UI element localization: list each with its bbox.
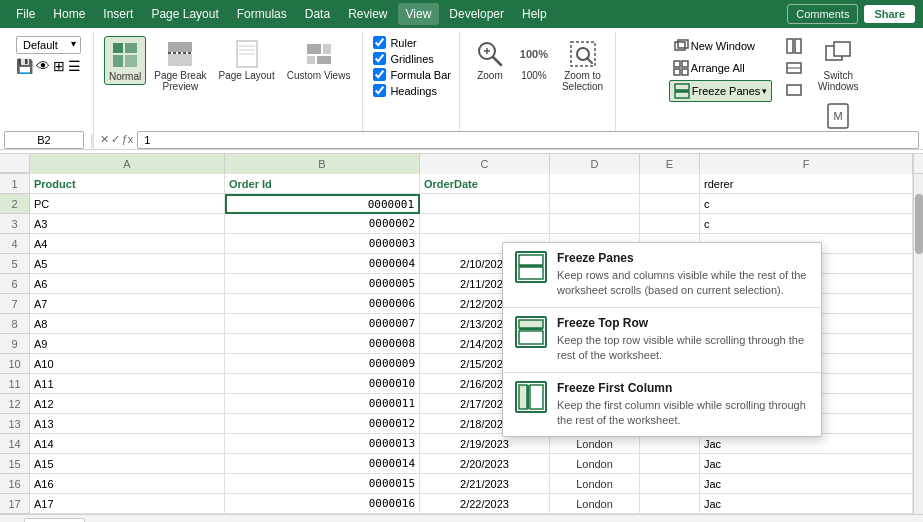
cell-F17[interactable]: Jac <box>700 494 913 514</box>
save-icon[interactable]: 💾 <box>16 58 33 74</box>
insert-function-icon[interactable]: ƒx <box>122 133 134 146</box>
ruler-checkbox[interactable] <box>373 36 386 49</box>
cell-F2[interactable]: c <box>700 194 913 214</box>
cell-B6[interactable]: 0000005 <box>225 274 420 294</box>
cell-A4[interactable]: A4 <box>30 234 225 254</box>
cell-E17[interactable] <box>640 494 700 514</box>
cell-A7[interactable]: A7 <box>30 294 225 314</box>
cell-E1[interactable] <box>640 174 700 194</box>
menu-data[interactable]: Data <box>297 3 338 25</box>
cell-D2[interactable] <box>550 194 640 214</box>
row-num-8[interactable]: 8 <box>0 314 29 334</box>
menu-home[interactable]: Home <box>45 3 93 25</box>
cell-F16[interactable]: Jac <box>700 474 913 494</box>
cell-A5[interactable]: A5 <box>30 254 225 274</box>
cell-F1[interactable]: rderer <box>700 174 913 194</box>
custom-views-button[interactable]: Custom Views <box>283 36 355 83</box>
cell-A13[interactable]: A13 <box>30 414 225 434</box>
cell-B13[interactable]: 0000012 <box>225 414 420 434</box>
menu-view[interactable]: View <box>398 3 440 25</box>
cell-B1[interactable]: Order Id <box>225 174 420 194</box>
split-button[interactable] <box>782 36 806 56</box>
page-layout-view-button[interactable]: Page Layout <box>215 36 279 83</box>
cell-B2[interactable]: 0000001 <box>225 194 420 214</box>
cell-C2[interactable] <box>420 194 550 214</box>
new-window-button[interactable]: New Window <box>669 36 772 56</box>
menu-review[interactable]: Review <box>340 3 395 25</box>
row-num-3[interactable]: 3 <box>0 214 29 234</box>
cell-A17[interactable]: A17 <box>30 494 225 514</box>
cell-A16[interactable]: A16 <box>30 474 225 494</box>
col-header-B[interactable]: B <box>225 154 420 174</box>
col-header-F[interactable]: F <box>700 154 913 174</box>
cancel-formula-icon[interactable]: ✕ <box>100 133 109 146</box>
row-num-15[interactable]: 15 <box>0 454 29 474</box>
style-selector[interactable]: Default <box>16 36 81 54</box>
row-num-7[interactable]: 7 <box>0 294 29 314</box>
cell-B10[interactable]: 0000009 <box>225 354 420 374</box>
menu-file[interactable]: File <box>8 3 43 25</box>
share-button[interactable]: Share <box>864 5 915 23</box>
unhide-button[interactable] <box>782 80 806 100</box>
switch-windows-button[interactable]: SwitchWindows <box>812 36 864 94</box>
col-header-E[interactable]: E <box>640 154 700 174</box>
cell-A1[interactable]: Product <box>30 174 225 194</box>
ruler-checkbox-label[interactable]: Ruler <box>373 36 416 49</box>
cell-C3[interactable] <box>420 214 550 234</box>
zoom-selection-button[interactable]: Zoom toSelection <box>558 36 607 94</box>
cell-C15[interactable]: 2/20/2023 <box>420 454 550 474</box>
cell-A6[interactable]: A6 <box>30 274 225 294</box>
menu-icon[interactable]: ☰ <box>68 58 81 74</box>
page-break-view-button[interactable]: Page BreakPreview <box>150 36 210 94</box>
normal-view-button[interactable]: Normal <box>104 36 146 85</box>
cell-C16[interactable]: 2/21/2023 <box>420 474 550 494</box>
cell-B12[interactable]: 0000011 <box>225 394 420 414</box>
cell-E16[interactable] <box>640 474 700 494</box>
menu-page-layout[interactable]: Page Layout <box>143 3 226 25</box>
cell-B7[interactable]: 0000006 <box>225 294 420 314</box>
cell-B14[interactable]: 0000013 <box>225 434 420 454</box>
row-num-12[interactable]: 12 <box>0 394 29 414</box>
cell-F15[interactable]: Jac <box>700 454 913 474</box>
menu-developer[interactable]: Developer <box>441 3 512 25</box>
cell-C1[interactable]: OrderDate <box>420 174 550 194</box>
row-num-9[interactable]: 9 <box>0 334 29 354</box>
formula-bar-checkbox[interactable] <box>373 68 386 81</box>
cell-E2[interactable] <box>640 194 700 214</box>
cell-D1[interactable] <box>550 174 640 194</box>
confirm-formula-icon[interactable]: ✓ <box>111 133 120 146</box>
gridlines-checkbox-label[interactable]: Gridlines <box>373 52 433 65</box>
arrange-all-button[interactable]: Arrange All <box>669 58 772 78</box>
freeze-first-column-option[interactable]: Freeze First Column Keep the first colum… <box>503 373 821 437</box>
cell-B3[interactable]: 0000002 <box>225 214 420 234</box>
headings-checkbox-label[interactable]: Headings <box>373 84 436 97</box>
menu-formulas[interactable]: Formulas <box>229 3 295 25</box>
menu-insert[interactable]: Insert <box>95 3 141 25</box>
cell-C17[interactable]: 2/22/2023 <box>420 494 550 514</box>
zoom-button[interactable]: Zoom <box>470 36 510 83</box>
scrollbar-thumb[interactable] <box>915 194 923 254</box>
col-header-C[interactable]: C <box>420 154 550 174</box>
row-num-5[interactable]: 5 <box>0 254 29 274</box>
row-num-13[interactable]: 13 <box>0 414 29 434</box>
row-num-4[interactable]: 4 <box>0 234 29 254</box>
hide-button[interactable] <box>782 58 806 78</box>
col-header-A[interactable]: A <box>30 154 225 174</box>
cell-D15[interactable]: London <box>550 454 640 474</box>
col-header-D[interactable]: D <box>550 154 640 174</box>
headings-checkbox[interactable] <box>373 84 386 97</box>
cell-B16[interactable]: 0000015 <box>225 474 420 494</box>
grid-icon[interactable]: ⊞ <box>53 58 65 74</box>
row-num-1[interactable]: 1 <box>0 174 29 194</box>
cell-A11[interactable]: A11 <box>30 374 225 394</box>
cell-B9[interactable]: 0000008 <box>225 334 420 354</box>
cell-A8[interactable]: A8 <box>30 314 225 334</box>
row-num-16[interactable]: 16 <box>0 474 29 494</box>
name-box[interactable] <box>4 131 84 149</box>
eye-icon[interactable]: 👁 <box>36 58 50 74</box>
cell-B4[interactable]: 0000003 <box>225 234 420 254</box>
cell-A10[interactable]: A10 <box>30 354 225 374</box>
cell-A14[interactable]: A14 <box>30 434 225 454</box>
freeze-top-row-option[interactable]: Freeze Top Row Keep the top row visible … <box>503 308 821 372</box>
cell-B11[interactable]: 0000010 <box>225 374 420 394</box>
